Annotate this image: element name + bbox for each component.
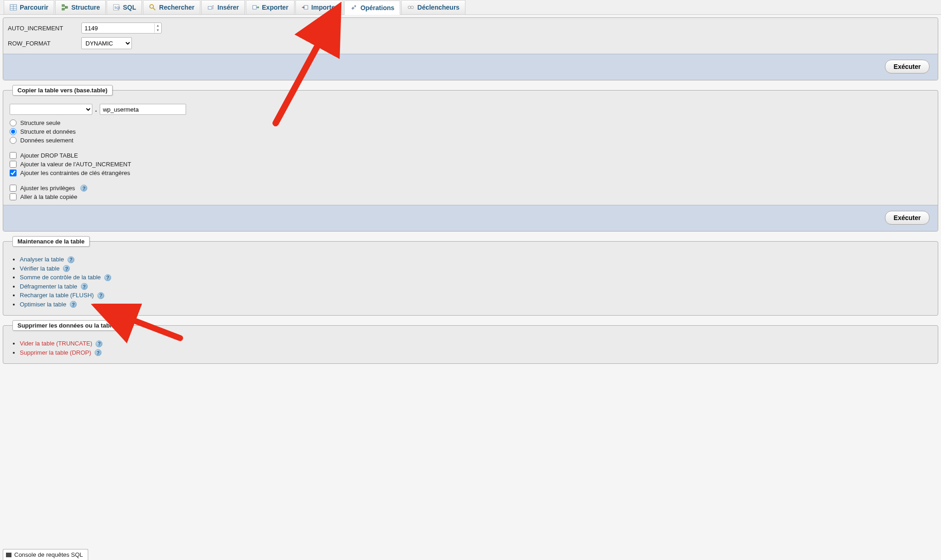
copy-table-name-input[interactable] [100,104,186,115]
auto-increment-input[interactable] [81,23,162,34]
copy-table-section: Copier la table vers (base.table) . Stru… [3,85,938,232]
radio-structure-only[interactable] [10,119,17,126]
checkbox-label: Aller à la table copiée [20,193,77,200]
delete-legend: Supprimer les données ou la table [12,320,120,331]
tab-browse[interactable]: Parcourir [4,0,54,14]
checkbox-foreign-keys[interactable] [10,170,17,176]
help-icon[interactable]: ? [63,265,70,272]
tab-operations[interactable]: Opérations [344,0,400,15]
svg-text:SQL: SQL [114,6,120,10]
link-check-table[interactable]: Vérifier la table [20,265,60,272]
checkbox-label: Ajouter DROP TABLE [20,152,78,159]
radio-data-only[interactable] [10,137,17,144]
tab-insert[interactable]: Insérer [201,0,245,14]
table-icon [10,4,17,11]
tab-label: Insérer [217,4,239,11]
radio-label: Structure et données [20,128,76,135]
triggers-icon [407,4,414,11]
svg-line-10 [153,8,155,10]
export-icon [252,4,259,11]
tab-label: Déclencheurs [417,4,459,11]
maintenance-legend: Maintenance de la table [12,236,90,247]
structure-icon [61,4,68,11]
radio-label: Structure seule [20,119,60,126]
help-icon[interactable]: ? [104,274,111,281]
svg-rect-4 [62,5,64,6]
help-icon[interactable]: ? [68,256,74,263]
help-icon[interactable]: ? [96,340,102,347]
dot-separator: . [95,106,97,113]
row-format-label: ROW_FORMAT [8,40,81,47]
import-icon [301,4,309,11]
execute-button[interactable]: Exécuter [885,60,930,74]
link-defragment-table[interactable]: Défragmenter la table [20,283,77,290]
help-icon[interactable]: ? [97,292,104,299]
link-checksum-table[interactable]: Somme de contrôle de la table [20,274,101,281]
sql-icon: SQL [113,4,120,11]
execute-button[interactable]: Exécuter [885,211,930,225]
svg-rect-5 [62,8,64,10]
svg-rect-14 [304,6,308,9]
table-options-panel: AUTO_INCREMENT ▲▼ ROW_FORMAT DYNAMIC Exé… [3,17,938,80]
tab-triggers[interactable]: Déclencheurs [401,0,465,14]
svg-point-9 [150,5,153,8]
checkbox-adjust-privileges[interactable] [10,185,17,192]
help-icon[interactable]: ? [81,283,88,290]
copy-table-legend: Copier la table vers (base.table) [12,85,113,96]
delete-section: Supprimer les données ou la table Vider … [3,320,938,364]
help-icon[interactable]: ? [80,185,87,192]
svg-rect-11 [208,6,212,9]
link-truncate-table[interactable]: Vider la table (TRUNCATE) [20,340,92,347]
insert-icon [207,4,215,11]
auto-increment-label: AUTO_INCREMENT [8,25,81,32]
checkbox-drop-table[interactable] [10,152,17,159]
svg-rect-13 [253,6,256,9]
tab-label: Rechercher [159,4,194,11]
link-flush-table[interactable]: Recharger la table (FLUSH) [20,292,94,299]
checkbox-auto-increment[interactable] [10,161,17,168]
checkbox-switch-to-copy[interactable] [10,193,17,200]
link-drop-table[interactable]: Supprimer la table (DROP) [20,349,91,356]
tab-search[interactable]: Rechercher [143,0,200,14]
number-spinner[interactable]: ▲▼ [154,23,161,33]
tab-structure[interactable]: Structure [55,0,106,14]
checkbox-label: Ajouter la valeur de l'AUTO_INCREMENT [20,161,131,168]
copy-db-select[interactable] [10,104,92,115]
help-icon[interactable]: ? [95,349,102,356]
tab-bar: Parcourir Structure SQL SQL Rechercher I… [0,0,941,15]
tab-label: Structure [71,4,100,11]
tab-export[interactable]: Exporter [246,0,295,14]
maintenance-section: Maintenance de la table Analyser la tabl… [3,236,938,316]
checkbox-label: Ajouter les contraintes de clés étrangèr… [20,170,130,176]
tab-label: SQL [123,4,136,11]
tab-label: Importer [312,4,338,11]
link-optimize-table[interactable]: Optimiser la table [20,301,66,308]
link-analyze-table[interactable]: Analyser la table [20,256,64,263]
svg-point-15 [408,6,411,9]
svg-point-16 [411,6,414,9]
checkbox-label: Ajuster les privilèges [20,185,75,192]
help-icon[interactable]: ? [70,301,77,308]
wrench-icon [350,4,357,11]
search-icon [149,4,156,11]
tab-label: Exporter [262,4,289,11]
row-format-select[interactable]: DYNAMIC [81,37,132,49]
tab-import[interactable]: Importer [295,0,344,14]
tab-label: Opérations [360,4,394,11]
tab-sql[interactable]: SQL SQL [107,0,142,14]
radio-structure-and-data[interactable] [10,128,17,135]
radio-label: Données seulement [20,137,74,144]
tab-label: Parcourir [20,4,48,11]
